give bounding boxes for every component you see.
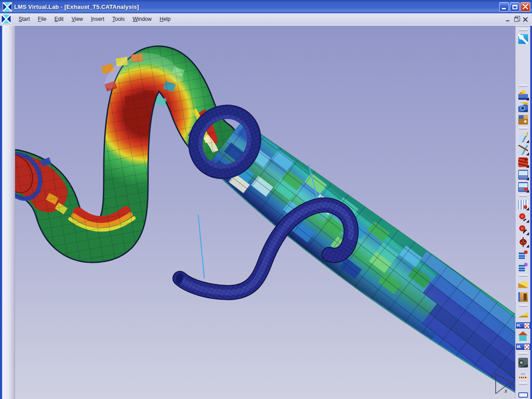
mini-toolbar-label: H. <box>517 324 521 328</box>
close-icon <box>521 3 530 11</box>
measure-arrows-icon-glyph: ↔ <box>520 370 526 376</box>
measure-arrows-button[interactable]: ↔ <box>517 370 529 380</box>
render-camera-button[interactable] <box>517 102 529 113</box>
toolbar-grip-handle[interactable] <box>519 29 528 31</box>
paint-pot-button[interactable] <box>517 90 529 100</box>
windows-partial-button[interactable] <box>517 387 529 398</box>
display-button[interactable] <box>517 169 529 180</box>
mdi-close-button[interactable] <box>522 16 529 23</box>
open-folder-icon <box>518 280 528 289</box>
app-logo-icon <box>3 2 12 12</box>
function-cursor-icon <box>518 225 528 235</box>
mini-toolbar-titlebar[interactable]: H. <box>516 322 530 329</box>
open-folder-button[interactable] <box>517 279 529 290</box>
paint-pot-icon <box>518 90 528 100</box>
minimize-button[interactable] <box>499 2 509 12</box>
minimize-icon <box>502 8 506 9</box>
ladybug-button[interactable] <box>517 237 529 247</box>
image-folder-button[interactable] <box>517 114 529 125</box>
toolbar-grip-handle[interactable] <box>519 274 528 277</box>
function-cursor-button[interactable] <box>517 224 529 235</box>
dynamite-icon <box>518 157 528 167</box>
menu-item-start[interactable]: Start <box>15 14 34 24</box>
menu-item-help[interactable]: Help <box>156 14 175 24</box>
maximize-icon <box>512 5 517 9</box>
document-logo-icon[interactable] <box>1 14 11 24</box>
close-button[interactable] <box>520 2 530 12</box>
mesh-function-icon <box>518 200 528 210</box>
3d-viewport[interactable]: x <box>15 26 515 399</box>
house-icon <box>518 331 528 341</box>
menu-item-tools[interactable]: Tools <box>108 14 129 24</box>
database-dice-icon <box>518 262 528 272</box>
window-title: LMS Virtual.Lab - [Exhaust_T5.CATAnalysi… <box>14 4 139 10</box>
mdi-close-icon <box>523 17 528 22</box>
menu-item-file[interactable]: File <box>34 14 50 24</box>
application-window: LMS Virtual.Lab - [Exhaust_T5.CATAnalysi… <box>0 0 532 399</box>
menu-item-edit[interactable]: Edit <box>51 14 68 24</box>
menu-item-insert[interactable]: Insert <box>87 14 108 24</box>
maximize-button[interactable] <box>510 2 520 12</box>
image-folder-icon <box>518 115 528 125</box>
toolbar-grip-handle[interactable] <box>519 195 528 197</box>
toolbar-grip-handle[interactable] <box>519 383 528 385</box>
function-fx-icon <box>518 212 528 222</box>
mesh-function-button[interactable] <box>517 200 529 210</box>
cabinet-button[interactable] <box>517 292 529 302</box>
camera-dark-icon <box>518 358 528 368</box>
display-star-button[interactable] <box>517 182 529 192</box>
wrench-button[interactable] <box>517 34 529 44</box>
axis-x-label: x <box>504 388 508 394</box>
function-fx-button[interactable] <box>517 212 529 223</box>
mini-toolbar-label: M. <box>517 345 521 349</box>
render-camera-icon <box>518 102 528 112</box>
display-star-icon <box>518 182 528 192</box>
sketch-sparkle-button[interactable] <box>517 132 529 143</box>
wedge-icon <box>518 310 528 320</box>
sketch-sparkle-icon <box>518 133 528 142</box>
house-button[interactable] <box>517 331 529 341</box>
mdi-minimize-button[interactable] <box>504 16 512 23</box>
menu-items: StartFileEditViewInsertToolsWindowHelp <box>15 14 175 24</box>
toolbar-grip-handle[interactable] <box>519 127 528 129</box>
mini-toolbar-close-button[interactable] <box>524 323 529 328</box>
right-toolbar-dock: H.M.↔ <box>515 26 532 399</box>
wedge-button[interactable] <box>517 309 529 320</box>
sketch-pencil-button[interactable] <box>517 145 529 155</box>
mdi-restore-icon <box>514 17 518 22</box>
left-toolbar-dock <box>2 26 15 399</box>
wrench-icon <box>518 34 528 44</box>
toolbar-grip-handle[interactable] <box>519 85 528 87</box>
database-box-button[interactable] <box>517 249 529 260</box>
measure-arrows-icon: ↔ <box>518 370 528 380</box>
windows-partial-icon <box>518 392 528 398</box>
display-icon <box>518 170 528 180</box>
menu-item-window[interactable]: Window <box>129 14 156 24</box>
database-box-icon <box>518 250 528 259</box>
ladybug-icon <box>518 237 528 247</box>
dynamite-button[interactable] <box>517 157 529 168</box>
mdi-window-controls <box>503 16 529 23</box>
mdi-minimize-icon <box>506 20 509 21</box>
toolbar-grip-handle[interactable] <box>519 352 528 355</box>
sketch-pencil-icon <box>518 145 528 155</box>
menu-bar: StartFileEditViewInsertToolsWindowHelp <box>0 13 532 25</box>
menu-item-view[interactable]: View <box>67 14 87 24</box>
camera-dark-button[interactable] <box>517 357 529 368</box>
database-dice-button[interactable] <box>517 262 529 272</box>
toolbar-grip-handle[interactable] <box>519 305 528 307</box>
exhaust-model-scene[interactable]: x <box>15 26 515 399</box>
cabinet-icon <box>518 292 528 302</box>
mini-toolbar-titlebar[interactable]: M. <box>516 344 530 350</box>
mini-toolbar-close-button[interactable] <box>524 344 529 349</box>
title-bar: LMS Virtual.Lab - [Exhaust_T5.CATAnalysi… <box>0 0 532 13</box>
mdi-restore-button[interactable] <box>513 16 520 23</box>
